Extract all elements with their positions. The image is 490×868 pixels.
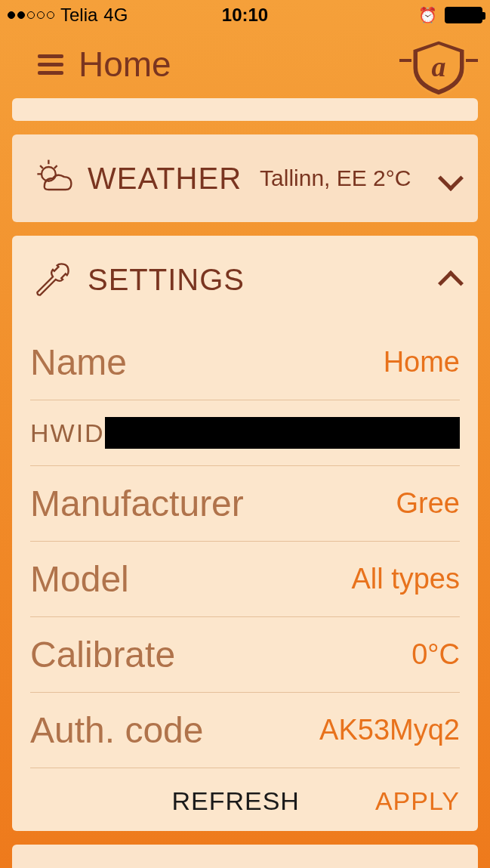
apply-button[interactable]: APPLY — [375, 786, 460, 816]
menu-icon[interactable] — [38, 54, 63, 75]
signal-dots-icon — [8, 11, 54, 19]
setting-row-manufacturer[interactable]: Manufacturer Gree — [30, 466, 460, 542]
notifications-card[interactable]: NOTIFICATIONS — [12, 845, 478, 868]
svg-line-6 — [40, 165, 43, 168]
settings-actions: REFRESH APPLY — [30, 768, 460, 816]
status-right: ⏰ — [418, 6, 482, 24]
setting-label: Auth. code — [30, 709, 204, 751]
weather-title: WEATHER — [88, 162, 242, 196]
alarm-icon: ⏰ — [418, 6, 437, 24]
setting-label: Manufacturer — [30, 483, 244, 524]
setting-row-hwid[interactable]: HWID — [30, 400, 460, 466]
weather-icon — [30, 156, 76, 201]
setting-row-model[interactable]: Model All types — [30, 542, 460, 617]
app-logo-icon: a — [393, 34, 484, 102]
setting-value: Gree — [396, 487, 460, 520]
setting-value: AK53Myq2 — [319, 714, 460, 746]
setting-row-calibrate[interactable]: Calibrate 0°C — [30, 617, 460, 693]
header-title: Home — [79, 44, 171, 85]
weather-card[interactable]: WEATHER Tallinn, EE 2°C — [12, 134, 478, 222]
weather-summary: Tallinn, EE 2°C — [260, 165, 411, 191]
status-bar: Telia 4G 10:10 ⏰ — [0, 0, 490, 30]
battery-icon — [445, 7, 482, 23]
setting-value: All types — [351, 563, 460, 595]
app-header: Home a — [0, 30, 490, 98]
chevron-down-icon — [438, 165, 464, 191]
status-time: 10:10 — [222, 5, 268, 26]
refresh-button[interactable]: REFRESH — [171, 786, 299, 816]
setting-label: Model — [30, 558, 129, 600]
setting-row-authcode[interactable]: Auth. code AK53Myq2 — [30, 693, 460, 768]
hwid-value-redacted — [105, 417, 460, 449]
setting-value: 0°C — [411, 638, 460, 671]
chevron-up-icon — [438, 270, 464, 296]
carrier-label: Telia — [60, 5, 97, 26]
svg-text:a: a — [432, 51, 446, 82]
svg-line-7 — [54, 165, 57, 168]
status-left: Telia 4G — [8, 5, 128, 26]
settings-header[interactable]: SETTINGS — [30, 257, 460, 302]
setting-label: Name — [30, 341, 127, 383]
network-label: 4G — [103, 5, 128, 26]
setting-value: Home — [384, 346, 460, 378]
setting-label: Calibrate — [30, 634, 175, 675]
settings-title: SETTINGS — [88, 263, 245, 297]
setting-row-name[interactable]: Name Home — [30, 325, 460, 400]
wrench-icon — [30, 257, 76, 302]
setting-label: HWID — [30, 419, 105, 448]
settings-card: SETTINGS Name Home HWID Manufacturer Gre… — [12, 236, 478, 831]
